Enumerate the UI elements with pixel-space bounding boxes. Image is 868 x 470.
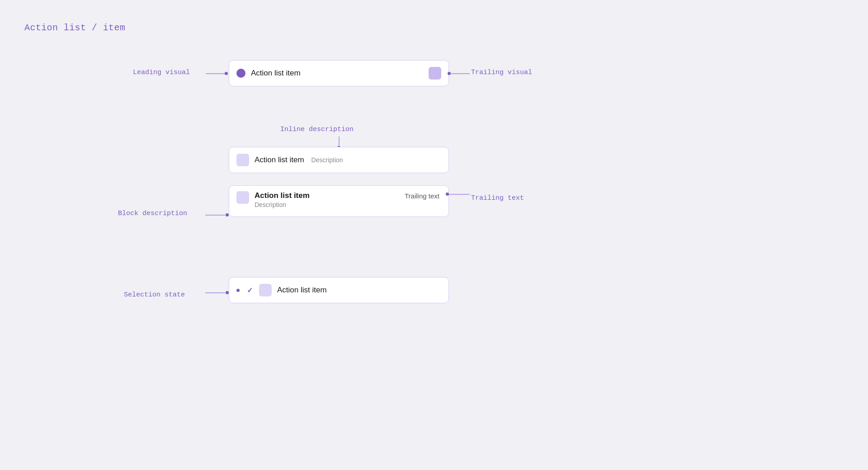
card-leading-trailing: Action list item bbox=[229, 60, 449, 86]
leading-visual-dot bbox=[236, 69, 245, 78]
trailing-text-hline bbox=[449, 194, 470, 195]
selection-state-dot bbox=[226, 291, 229, 294]
inline-description-vline bbox=[339, 136, 340, 146]
leading-square-2 bbox=[236, 154, 249, 166]
card2-label: Action list item bbox=[255, 155, 304, 164]
leading-visual-line bbox=[206, 73, 225, 74]
card-block-description: Action list item Trailing text Descripti… bbox=[229, 185, 449, 217]
trailing-visual-line bbox=[449, 73, 470, 74]
trailing-visual-box bbox=[429, 67, 441, 80]
leading-square-3 bbox=[236, 191, 249, 204]
leading-square-4 bbox=[259, 284, 272, 296]
card3-trailing-text: Trailing text bbox=[405, 192, 441, 200]
breadcrumb: Action list / item bbox=[24, 23, 125, 33]
card4-label: Action list item bbox=[277, 286, 327, 295]
card3-description: Description bbox=[255, 201, 441, 208]
card3-text-col: Action list item Trailing text Descripti… bbox=[255, 191, 441, 208]
block-description-ann: Block description bbox=[118, 210, 187, 217]
card-selection-state: ✓ Action list item bbox=[229, 277, 449, 303]
trailing-text-dot bbox=[446, 193, 449, 196]
checkmark-icon: ✓ bbox=[247, 286, 253, 295]
leading-visual-dot-marker bbox=[225, 72, 228, 75]
block-description-hline bbox=[205, 215, 225, 216]
card3-label: Action list item bbox=[255, 191, 310, 200]
inline-description-label: Inline description bbox=[280, 126, 354, 133]
card2-description: Description bbox=[311, 156, 343, 164]
card-inline-description: Action list item Description bbox=[229, 147, 449, 173]
selection-state-ann: Selection state bbox=[124, 291, 185, 299]
block-description-dot bbox=[226, 213, 229, 216]
card1-label: Action list item bbox=[251, 69, 301, 78]
selection-state-hline bbox=[205, 292, 225, 293]
trailing-visual-dot-marker bbox=[448, 72, 451, 75]
selection-check-dot bbox=[236, 289, 240, 292]
trailing-text-ann: Trailing text bbox=[471, 194, 524, 202]
leading-visual-label: Leading visual bbox=[133, 69, 190, 76]
trailing-visual-label: Trailing visual bbox=[471, 69, 532, 76]
